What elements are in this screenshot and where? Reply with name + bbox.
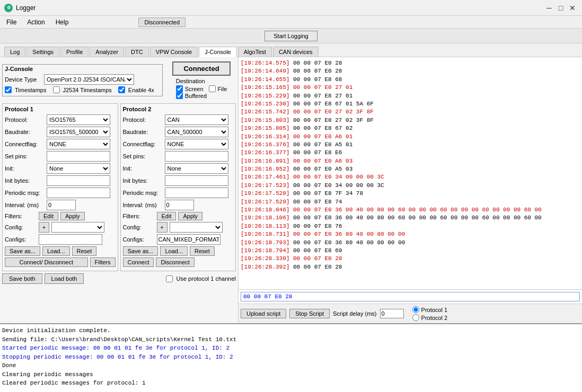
p2-connect-button[interactable]: Connect xyxy=(123,257,154,267)
log-line: [19:26:28.392] 00 00 07 E0 28 xyxy=(241,263,580,271)
p1-filters-button[interactable]: Filters xyxy=(90,257,116,267)
p2-interval-spinner[interactable] xyxy=(165,200,194,210)
protocol2-title: Protocol 2 xyxy=(123,106,234,112)
tab-jconsole[interactable]: J-Console xyxy=(199,47,237,57)
save-both-button[interactable]: Save both xyxy=(2,273,42,284)
p2-interval-input[interactable] xyxy=(165,200,194,210)
dest-file-checkbox[interactable] xyxy=(209,85,216,92)
tab-candevices[interactable]: CAN devices xyxy=(273,47,319,57)
start-logging-button[interactable]: Start Logging xyxy=(264,31,317,41)
p2-config-select[interactable] xyxy=(170,222,223,233)
dest-screen-checkbox[interactable] xyxy=(176,85,183,92)
tab-dtc[interactable]: DTC xyxy=(125,47,149,57)
tab-settings[interactable]: Settings xyxy=(27,47,59,57)
tab-log[interactable]: Log xyxy=(4,47,25,57)
p2-filters-edit-button[interactable]: Edit xyxy=(157,212,177,220)
upload-script-button[interactable]: Upload script xyxy=(241,309,286,318)
p1-config-select[interactable] xyxy=(51,222,104,233)
protocol1-section: Protocol 1 Protocol: ISO15765 Baudrate: … xyxy=(2,103,118,271)
window-controls[interactable]: ─ □ ✕ xyxy=(544,3,578,13)
p2-reset-button[interactable]: Reset xyxy=(190,246,215,256)
p1-configs-input[interactable] xyxy=(39,234,102,245)
log-output: [19:26:14.575] 00 00 07 E0 28[19:26:14.6… xyxy=(239,57,582,289)
p1-filters-label: Filters: xyxy=(5,213,37,219)
tab-algotest[interactable]: AlgoTest xyxy=(238,47,272,57)
status-line: Cleared periodic messages for protocol: … xyxy=(2,379,580,388)
p1-init-select[interactable]: None xyxy=(47,163,110,174)
device-type-select[interactable]: OpenPort 2.0 J2534 ISO/CAN/VP xyxy=(44,74,134,85)
p1-interval-input[interactable] xyxy=(47,200,76,210)
p1-periodicmsg-input[interactable] xyxy=(47,188,110,198)
p2-baudrate-select[interactable]: CAN_500000 xyxy=(165,127,228,137)
log-line: [19:26:15.805] 00 00 07 E8 67 02 xyxy=(241,124,580,132)
p2-saveas-button[interactable]: Save as... xyxy=(123,246,158,256)
p2-disconnect-button[interactable]: Disconnect xyxy=(156,257,194,267)
menu-action[interactable]: Action xyxy=(23,17,49,27)
script-controls: Upload script Stop Script Script delay (… xyxy=(239,304,582,323)
j2534-timestamps-checkbox[interactable] xyxy=(53,86,60,93)
p2-configs-input[interactable] xyxy=(157,234,221,245)
p2-load-button[interactable]: Load... xyxy=(160,246,188,256)
dest-buffered-checkbox[interactable] xyxy=(176,92,183,99)
p1-init-label: Init: xyxy=(5,165,45,172)
p2-connectflag-select[interactable]: NONE xyxy=(165,139,228,149)
tab-vpw[interactable]: VPW Console xyxy=(150,47,198,57)
connection-status-badge[interactable]: Disconnected xyxy=(138,17,186,27)
p1-connectflag-select[interactable]: NONE xyxy=(47,139,110,149)
menu-help[interactable]: Help xyxy=(51,17,73,27)
status-line: Sending file: C:\Users\brand\Desktop\CAN… xyxy=(2,335,580,344)
close-button[interactable]: ✕ xyxy=(567,3,578,13)
menu-file[interactable]: File xyxy=(2,17,21,27)
p1-protocol-select[interactable]: ISO15765 xyxy=(47,114,110,125)
maximize-button[interactable]: □ xyxy=(555,3,566,13)
p2-periodicmsg-input[interactable] xyxy=(165,188,228,198)
log-line: [19:26:18.731] 00 00 07 E0 36 80 40 00 8… xyxy=(241,230,580,238)
enable4x-checkbox[interactable] xyxy=(118,86,125,93)
protocol-radio-group: Protocol 1 Protocol 2 xyxy=(412,306,448,321)
use-protocol1-checkbox[interactable] xyxy=(166,275,173,282)
load-both-button[interactable]: Load both xyxy=(45,273,84,284)
protocol2-radio-label[interactable]: Protocol 2 xyxy=(412,314,448,321)
p1-setpins-input[interactable] xyxy=(47,151,110,162)
jconsole-title: J-Console xyxy=(5,66,160,72)
menu-bar: File Action Help Disconnected xyxy=(0,16,582,29)
enable4x-label: Enable 4x xyxy=(128,87,154,93)
log-line: [19:26:17.461] 00 00 07 E0 34 00 00 00 3… xyxy=(241,173,580,181)
p1-config-label: Config: xyxy=(5,224,37,230)
protocol1-radio-label[interactable]: Protocol 1 xyxy=(412,306,448,313)
p2-filters-apply-button[interactable]: Apply xyxy=(178,212,202,220)
p2-protocol-select[interactable]: CAN xyxy=(165,114,228,125)
tab-bar: Log Settings Profile Analyzer DTC VPW Co… xyxy=(0,43,582,57)
p1-filters-edit-button[interactable]: Edit xyxy=(39,212,58,220)
left-panel: J-Console Device Type OpenPort 2.0 J2534… xyxy=(0,57,239,323)
p2-initbytes-input[interactable] xyxy=(165,175,228,186)
protocol2-radio[interactable] xyxy=(412,314,419,321)
p1-filters-apply-button[interactable]: Apply xyxy=(60,212,85,220)
p1-connect-disconnect-button[interactable]: Connect/ Disconnect xyxy=(5,257,88,267)
log-input-area: 00 00 07 E0 28 xyxy=(239,289,582,304)
tab-profile[interactable]: Profile xyxy=(60,47,89,57)
p1-reset-button[interactable]: Reset xyxy=(72,246,97,256)
p1-initbytes-input[interactable] xyxy=(47,175,110,186)
p1-baudrate-select[interactable]: ISO15765_500000 xyxy=(47,127,110,137)
minimize-button[interactable]: ─ xyxy=(544,3,554,13)
log-input-field[interactable]: 00 00 07 E0 28 xyxy=(241,292,580,301)
p2-setpins-input[interactable] xyxy=(165,151,228,162)
right-panel: [19:26:14.575] 00 00 07 E0 28[19:26:14.6… xyxy=(239,57,582,323)
title-bar-left: ⚙ Logger xyxy=(4,4,36,12)
log-line: [19:26:14.575] 00 00 07 E0 28 xyxy=(241,59,580,67)
p2-init-select[interactable]: None xyxy=(165,163,228,174)
p1-interval-spinner[interactable] xyxy=(47,200,76,210)
p1-baudrate-label: Baudrate: xyxy=(5,129,45,135)
protocol1-radio[interactable] xyxy=(412,306,419,313)
p1-load-button[interactable]: Load... xyxy=(42,246,70,256)
tab-analyzer[interactable]: Analyzer xyxy=(90,47,124,57)
use-protocol1-label: Use protocol 1 channel xyxy=(176,275,236,282)
p1-saveas-button[interactable]: Save as... xyxy=(5,246,40,256)
p1-config-plus-button[interactable]: + xyxy=(39,222,49,233)
timestamps-checkbox[interactable] xyxy=(5,86,12,93)
stop-script-button[interactable]: Stop Script xyxy=(289,309,330,318)
connected-button[interactable]: Connected xyxy=(172,61,231,76)
p2-config-plus-button[interactable]: + xyxy=(157,222,167,233)
script-delay-input[interactable] xyxy=(380,309,404,318)
